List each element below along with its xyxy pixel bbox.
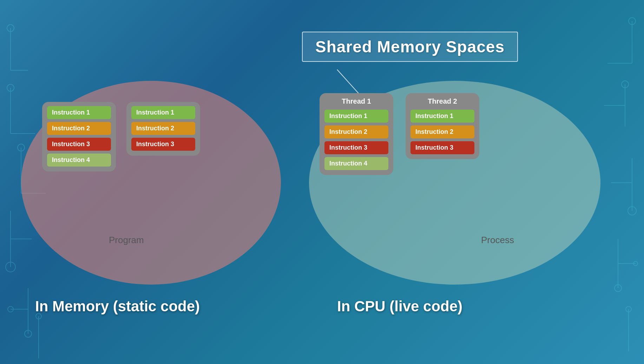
cpu-thread2-card: Thread 2 Instruction 1 Instruction 2 Ins… [406,93,479,159]
cpu1-instr4: Instruction 4 [324,157,388,170]
svg-point-5 [7,84,14,91]
svg-point-26 [628,207,636,215]
thread1-title: Thread 1 [324,97,388,105]
cpu2-instr2: Instruction 2 [410,125,474,138]
page-title: Shared Memory Spaces [315,38,505,56]
mem2-instr3: Instruction 3 [131,138,195,151]
svg-point-31 [626,306,631,312]
cpu2-instr3: Instruction 3 [410,141,474,154]
mem2-instr2: Instruction 2 [131,122,195,135]
in-cpu-label: In CPU (live code) [337,298,462,315]
svg-point-32 [633,261,638,266]
svg-point-23 [622,81,629,88]
cpu1-instr1: Instruction 1 [324,110,388,123]
svg-point-17 [8,306,13,312]
title-box: Shared Memory Spaces [302,32,518,62]
cpu1-instr2: Instruction 2 [324,125,388,138]
cpu1-instr3: Instruction 3 [324,141,388,154]
svg-point-8 [18,144,25,151]
memory-card-1: Instruction 1 Instruction 2 Instruction … [42,102,116,171]
svg-point-2 [7,25,14,32]
svg-point-14 [25,330,32,337]
thread2-title: Thread 2 [410,97,474,105]
mem1-instr1: Instruction 1 [47,106,111,119]
mem1-instr2: Instruction 2 [47,122,111,135]
memory-card-2: Instruction 1 Instruction 2 Instruction … [126,102,200,156]
svg-point-29 [615,285,622,292]
svg-point-11 [6,262,15,272]
mem2-instr1: Instruction 1 [131,106,195,119]
mem1-instr4: Instruction 4 [47,154,111,167]
cpu-thread1-card: Thread 1 Instruction 1 Instruction 2 Ins… [320,93,393,175]
cpu2-instr1: Instruction 1 [410,110,474,123]
program-label: Program [109,235,144,246]
process-label: Process [481,235,514,246]
in-memory-label: In Memory (static code) [35,298,200,315]
svg-point-20 [629,18,636,25]
mem1-instr3: Instruction 3 [47,138,111,151]
